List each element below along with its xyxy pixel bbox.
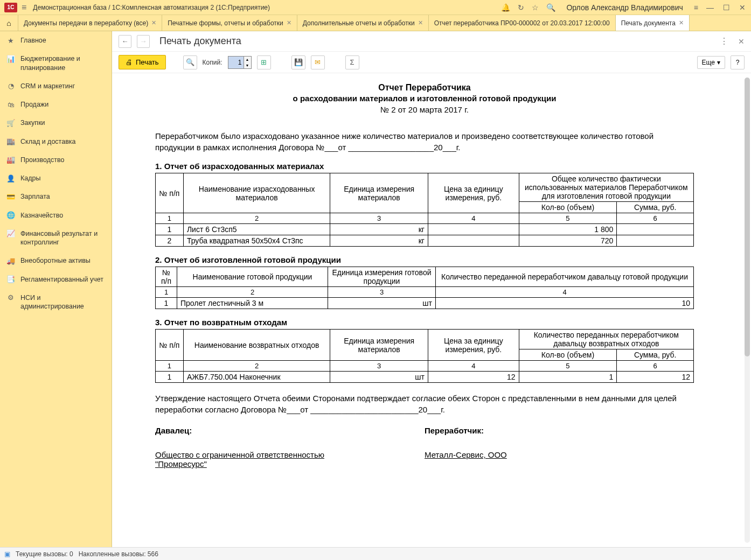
- email-button[interactable]: ✉: [311, 55, 325, 69]
- titlebar-actions: 🔔 ↻ ☆ 🔍 Орлов Александр Владимирович ≡ —…: [501, 3, 747, 12]
- sidebar-label: Казначейство: [20, 211, 105, 220]
- sidebar-item[interactable]: 🛍Продажи: [0, 95, 112, 114]
- sidebar-icon: 🛍: [6, 100, 15, 109]
- back-button[interactable]: ←: [119, 35, 131, 48]
- forward-button[interactable]: →: [137, 35, 150, 48]
- help-button[interactable]: ?: [731, 55, 745, 69]
- sidebar-item[interactable]: 📑Регламентированный учет: [0, 270, 112, 289]
- page-title: Печать документа: [159, 36, 241, 47]
- copies-input[interactable]: [228, 57, 244, 68]
- tab-close-icon[interactable]: ✕: [679, 19, 684, 26]
- sidebar-icon: 👤: [6, 174, 15, 183]
- sidebar-icon: 🌐: [6, 211, 15, 220]
- sidebar-item[interactable]: ◔CRM и маркетинг: [0, 77, 112, 95]
- sidebar-icon: 🏬: [6, 137, 15, 146]
- sidebar-item[interactable]: 💳Зарплата: [0, 187, 112, 206]
- sidebar-item[interactable]: 🌐Казначейство: [0, 206, 112, 225]
- tab[interactable]: Печать документа✕: [616, 15, 690, 31]
- sidebar-item[interactable]: ★Главное: [0, 31, 112, 50]
- sum-button[interactable]: Σ: [345, 55, 359, 69]
- sidebar-icon: 💳: [6, 192, 15, 201]
- document-area[interactable]: Отчет Переработчикао расходовании матери…: [112, 73, 751, 547]
- sidebar-icon: 🚚: [6, 256, 15, 265]
- tab[interactable]: Отчет переработчика ПР00-000002 от 20.03…: [429, 15, 616, 31]
- status-current: Текущие вызовы: 0: [16, 550, 73, 558]
- sidebar-item[interactable]: 📈Финансовый результат и контроллинг: [0, 225, 112, 252]
- tab[interactable]: Дополнительные отчеты и обработки✕: [297, 15, 429, 31]
- sidebar-icon: 📈: [6, 229, 15, 238]
- sidebar-icon: 🏭: [6, 156, 15, 164]
- sidebar-label: Финансовый результат и контроллинг: [20, 229, 105, 247]
- menu-icon[interactable]: ≡: [22, 3, 26, 12]
- sidebar-icon: 📊: [6, 54, 15, 63]
- kebab-icon[interactable]: ⋮: [720, 36, 728, 46]
- history-icon[interactable]: ↻: [518, 3, 524, 12]
- maximize-button[interactable]: ☐: [722, 3, 731, 12]
- scrollbar-thumb[interactable]: [745, 78, 750, 356]
- minimize-button[interactable]: —: [706, 3, 714, 12]
- scrollbar[interactable]: [745, 78, 750, 543]
- sidebar-icon: ★: [6, 36, 15, 45]
- template-button[interactable]: ⊞: [257, 55, 271, 69]
- sidebar-label: Продажи: [20, 100, 105, 109]
- sidebar-label: Зарплата: [20, 192, 105, 201]
- logo-1c: 1C: [4, 3, 17, 12]
- sidebar-label: Производство: [20, 156, 105, 164]
- star-icon[interactable]: ☆: [532, 3, 539, 12]
- copies-label: Копий:: [203, 59, 222, 66]
- sidebar-label: Бюджетирование и планирование: [20, 54, 105, 72]
- statusbar: ▣ Текущие вызовы: 0 Накопленные вызовы: …: [0, 547, 751, 560]
- tab[interactable]: Печатные формы, отчеты и обработки✕: [162, 15, 297, 31]
- close-page-button[interactable]: ✕: [738, 37, 745, 46]
- search-icon[interactable]: 🔍: [546, 3, 555, 12]
- toolbar: 🖨 Печать 🔍 Копий: ▲▼ ⊞ 💾 ✉ Σ Еще ▾ ?: [112, 52, 751, 73]
- sidebar-label: Закупки: [20, 118, 105, 127]
- sidebar-item[interactable]: 🚚Внеоборотные активы: [0, 251, 112, 270]
- tab[interactable]: Документы передачи в переработку (все)✕: [18, 15, 162, 31]
- close-button[interactable]: ✕: [738, 3, 747, 12]
- bell-icon[interactable]: 🔔: [501, 3, 510, 12]
- more-button[interactable]: Еще ▾: [697, 56, 725, 69]
- print-label: Печать: [136, 58, 159, 66]
- app-title: Демонстрационная база / 1С:Комплексная а…: [33, 4, 501, 11]
- sidebar-label: CRM и маркетинг: [20, 82, 105, 90]
- tab-close-icon[interactable]: ✕: [151, 19, 156, 26]
- preview-button[interactable]: 🔍: [183, 55, 197, 69]
- spin-down[interactable]: ▼: [244, 62, 251, 68]
- sidebar-item[interactable]: 🏬Склад и доставка: [0, 132, 112, 151]
- status-accum: Накопленные вызовы: 566: [79, 550, 158, 558]
- printer-icon: 🖨: [126, 58, 133, 66]
- sidebar-label: Кадры: [20, 174, 105, 183]
- status-icon: ▣: [4, 550, 10, 558]
- content: ← → Печать документа ⋮ ✕ 🖨 Печать 🔍 Копи…: [112, 31, 751, 547]
- document: Отчет Переработчикао расходовании матери…: [123, 78, 726, 479]
- sidebar-item[interactable]: 📊Бюджетирование и планирование: [0, 50, 112, 77]
- titlebar: 1C ≡ Демонстрационная база / 1С:Комплекс…: [0, 0, 751, 15]
- sidebar-icon: ◔: [6, 82, 15, 90]
- tab-close-icon[interactable]: ✕: [287, 19, 291, 26]
- save-button[interactable]: 💾: [291, 55, 305, 69]
- sidebar-item[interactable]: 👤Кадры: [0, 169, 112, 187]
- sidebar-item[interactable]: ⚙НСИ и администрирование: [0, 289, 112, 316]
- home-tab[interactable]: ⌂: [0, 15, 18, 31]
- sidebar-label: Внеоборотные активы: [20, 256, 105, 265]
- sidebar-icon: 🛒: [6, 118, 15, 127]
- sidebar-icon: 📑: [6, 275, 15, 284]
- sidebar-label: Склад и доставка: [20, 137, 105, 146]
- sidebar-label: Регламентированный учет: [20, 275, 105, 284]
- user-name: Орлов Александр Владимирович: [566, 3, 683, 12]
- sidebar-item[interactable]: 🛒Закупки: [0, 114, 112, 132]
- sidebar-item[interactable]: 🏭Производство: [0, 151, 112, 169]
- spin-up[interactable]: ▲: [244, 57, 251, 62]
- chevron-down-icon: ▾: [717, 59, 720, 66]
- content-header: ← → Печать документа ⋮ ✕: [112, 31, 751, 52]
- settings-bars-icon[interactable]: ≡: [694, 3, 698, 12]
- sidebar-label: Главное: [20, 36, 105, 45]
- sidebar: ★Главное📊Бюджетирование и планирование◔C…: [0, 31, 112, 547]
- tab-close-icon[interactable]: ✕: [418, 19, 423, 26]
- print-button[interactable]: 🖨 Печать: [119, 55, 166, 69]
- tabbar: ⌂ Документы передачи в переработку (все)…: [0, 15, 751, 31]
- sidebar-icon: ⚙: [6, 293, 15, 302]
- copies-stepper[interactable]: ▲▼: [228, 56, 252, 69]
- sidebar-label: НСИ и администрирование: [20, 293, 105, 311]
